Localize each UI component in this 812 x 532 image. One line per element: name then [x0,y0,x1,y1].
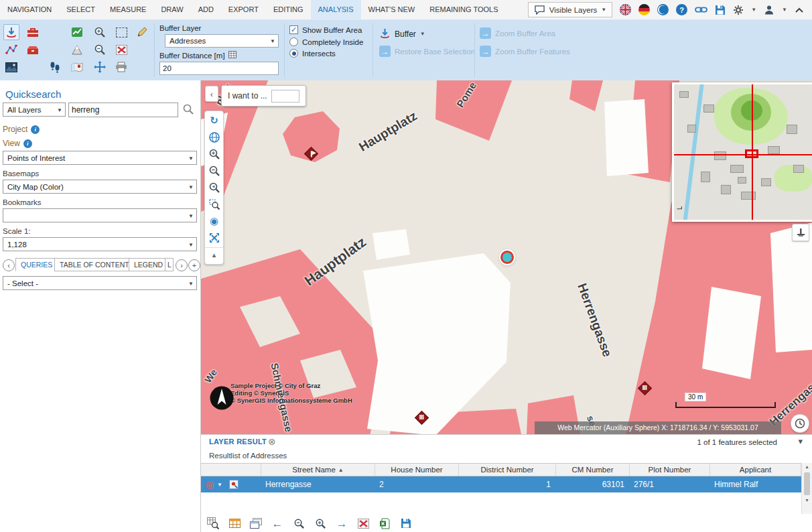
completely-inside-option[interactable]: Completely Inside [289,38,363,46]
zoom-window-icon[interactable] [207,197,221,211]
radio-selected-icon[interactable] [289,49,298,58]
i-want-to-widget[interactable]: I want to ... [221,85,306,107]
copy-table-icon[interactable] [249,517,263,530]
checkbox-checked-icon[interactable]: ✓ [289,25,298,34]
night-mode-icon[interactable] [657,4,669,15]
tab-scroll-right-icon[interactable]: › [176,259,188,271]
settings-gear-icon[interactable] [733,5,744,15]
column-header-house[interactable]: House Number [375,463,459,476]
search-icon[interactable] [182,103,194,118]
toolbox-open-icon[interactable] [25,42,41,58]
map-marker-icon[interactable] [69,59,85,75]
center-map-icon[interactable]: ◉ [207,214,221,228]
buffer-layer-select[interactable]: Addresses ▼ [165,34,279,48]
collapse-ribbon-icon[interactable] [795,4,804,16]
menu-export[interactable]: EXPORT [221,0,266,19]
zoom-to-table-icon[interactable] [206,517,220,530]
menu-measure[interactable]: MEASURE [103,0,153,19]
scroll-down-icon[interactable]: ▾ [802,496,812,505]
menu-whats-new[interactable]: WHAT'S NEW [361,0,423,19]
polyline-measure-icon[interactable] [3,42,19,58]
pan-tool-icon[interactable] [92,59,108,75]
buffer-caret-icon[interactable]: ▼ [420,31,425,37]
minimap-pin-icon[interactable] [792,224,809,241]
menu-select[interactable]: SELECT [59,0,103,19]
language-english-flag-icon[interactable] [620,4,631,15]
scale-select[interactable]: 1,128 ▼ [3,237,197,251]
table-zoom-out-icon[interactable] [292,517,306,530]
i-want-to-input[interactable] [271,90,299,103]
footprints-icon[interactable] [47,59,63,75]
extent-rectangle[interactable] [745,149,758,158]
visible-layers-button[interactable]: Visible Layers ▼ [528,2,612,17]
help-icon[interactable]: ? [676,4,687,15]
view-select[interactable]: Points of Interest ▼ [3,151,197,165]
show-table-icon[interactable] [228,517,241,530]
collapse-result-icon[interactable]: ▾ [798,436,803,446]
time-slider-icon[interactable] [791,414,809,433]
column-header-applicant[interactable]: Applicant [710,463,801,476]
result-scrollbar[interactable]: ▴ ▾ [801,463,812,514]
basemaps-select[interactable]: City Map (Color) ▼ [3,180,197,194]
compass-icon[interactable] [209,385,234,413]
next-record-icon[interactable]: → [335,517,348,530]
column-header-cm[interactable]: CM Number [556,463,630,476]
zoom-buffer-features-button[interactable]: → Zoom Buffer Features [480,46,570,57]
buffer-distance-input[interactable] [159,62,279,75]
map-zoom-in-icon[interactable] [207,147,221,161]
collapse-map-toolbar-icon[interactable]: ▴ [205,247,223,262]
menu-remaining-tools[interactable]: REMAINING TOOLS [422,0,505,19]
show-buffer-area-option[interactable]: ✓ Show Buffer Area [289,25,362,34]
save-result-icon[interactable] [399,517,413,530]
quicksearch-layer-select[interactable]: All Layers ▼ [3,103,66,117]
refresh-map-icon[interactable]: ↻ [207,113,221,127]
map-zoom-out-icon[interactable] [207,163,221,178]
view-info-icon[interactable]: i [23,139,32,148]
toolbox-icon[interactable] [25,24,41,40]
cone-icon[interactable] [69,42,85,58]
scroll-up-icon[interactable]: ▴ [802,463,812,471]
project-info-icon[interactable]: i [31,125,40,134]
layer-result-tab[interactable]: LAYER RESULT [209,438,267,446]
overview-map[interactable]: ⌐ [672,82,812,222]
tab-clipped[interactable]: L [165,258,174,271]
intersects-option[interactable]: Intersects [289,49,336,58]
collapse-sidebar-icon[interactable]: ‹ [205,86,218,102]
radio-unselected-icon[interactable] [289,38,298,46]
selected-feature-marker[interactable] [500,251,514,264]
map-canvas[interactable]: platz Hauptplatz Pome Hauptplatz Herreng… [201,80,812,434]
zoom-in-tool-icon[interactable] [92,24,108,40]
row-menu-caret-icon[interactable]: ▼ [216,476,224,492]
zoom-out-tool-icon[interactable] [92,42,108,58]
user-account-icon[interactable] [764,5,774,15]
full-extent-icon[interactable] [207,230,221,245]
save-project-icon[interactable] [715,5,726,15]
tab-legend[interactable]: LEGEND [129,258,168,271]
record-target-icon[interactable]: ◎ [204,476,215,492]
green-map-chart-icon[interactable] [69,24,85,40]
table-row-selected[interactable]: ◎ ▼ Herrengasse 2 1 63101 276/1 Himmel R… [201,476,801,492]
quicksearch-input[interactable] [68,103,178,117]
menu-navigation[interactable]: NAVIGATION [0,0,59,19]
tab-scroll-left-icon[interactable]: ‹ [3,259,15,271]
overview-collapse-icon[interactable]: ⌐ [677,204,683,215]
screenshot-image-icon[interactable] [3,59,19,75]
buffer-tool-icon[interactable] [3,24,19,40]
buffer-button[interactable]: Buffer ▼ [379,27,425,40]
bookmarks-select[interactable]: ▼ [3,208,197,222]
close-result-icon[interactable]: ⊗ [268,436,276,447]
menu-draw[interactable]: DRAW [153,0,190,19]
column-header-plot[interactable]: Plot Number [630,463,710,476]
dissolve-selection-icon[interactable] [113,42,129,58]
language-german-flag-icon[interactable] [638,4,650,15]
clear-selection-icon[interactable] [356,517,370,530]
settings-caret-icon[interactable]: ▼ [751,7,756,13]
print-icon[interactable] [113,59,129,75]
tab-add-icon[interactable]: + [188,259,200,271]
globe-overview-icon[interactable] [207,130,221,144]
previous-record-icon[interactable]: ← [271,517,284,530]
zoom-to-feature-icon[interactable] [228,476,240,492]
column-header-district[interactable]: District Number [459,463,556,476]
menu-add[interactable]: ADD [191,0,221,19]
quicksearch-heading[interactable]: Quicksearch [5,88,61,100]
